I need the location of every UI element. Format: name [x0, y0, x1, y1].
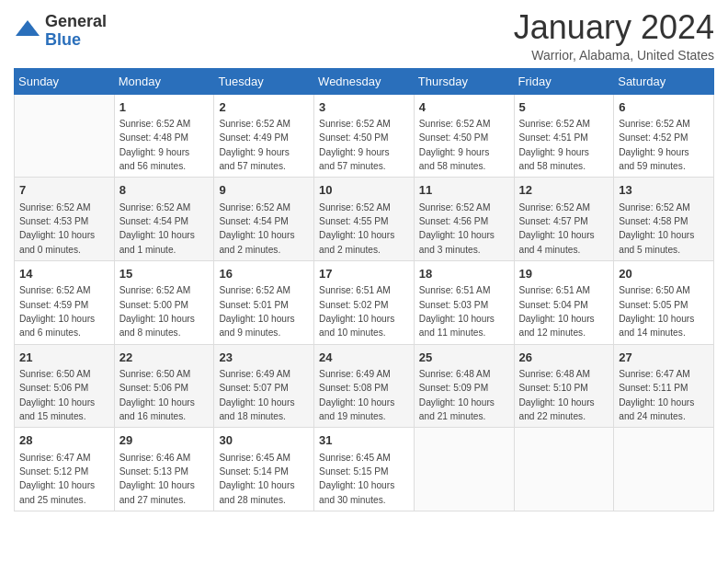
header-sunday: Sunday [15, 68, 115, 94]
day-info: Sunrise: 6:52 AMSunset: 4:54 PMDaylight:… [219, 201, 309, 257]
week-row: 7Sunrise: 6:52 AMSunset: 4:53 PMDaylight… [15, 178, 714, 261]
calendar-cell: 26Sunrise: 6:48 AMSunset: 5:10 PMDayligh… [514, 344, 614, 428]
calendar-cell: 25Sunrise: 6:48 AMSunset: 5:09 PMDayligh… [414, 344, 514, 428]
header-friday: Friday [514, 68, 614, 94]
header-monday: Monday [114, 68, 214, 94]
calendar-cell [15, 94, 115, 178]
logo-text: General Blue [45, 13, 107, 50]
day-info: Sunrise: 6:48 AMSunset: 5:09 PMDaylight:… [419, 367, 509, 423]
day-info: Sunrise: 6:48 AMSunset: 5:10 PMDaylight:… [519, 367, 609, 423]
day-number: 30 [219, 431, 309, 450]
day-number: 19 [519, 265, 609, 283]
day-info: Sunrise: 6:49 AMSunset: 5:08 PMDaylight:… [319, 367, 409, 423]
day-info: Sunrise: 6:52 AMSunset: 5:01 PMDaylight:… [219, 283, 309, 339]
day-number: 6 [619, 98, 709, 117]
calendar-cell: 20Sunrise: 6:50 AMSunset: 5:05 PMDayligh… [614, 260, 714, 344]
calendar-cell: 7Sunrise: 6:52 AMSunset: 4:53 PMDaylight… [15, 178, 115, 261]
calendar-cell: 10Sunrise: 6:52 AMSunset: 4:55 PMDayligh… [314, 178, 415, 261]
day-info: Sunrise: 6:52 AMSunset: 4:56 PMDaylight:… [419, 201, 509, 257]
day-number: 17 [319, 265, 409, 283]
title-section: January 2024 Warrior, Alabama, United St… [514, 9, 714, 63]
day-info: Sunrise: 6:52 AMSunset: 4:50 PMDaylight:… [419, 117, 509, 173]
calendar-cell: 14Sunrise: 6:52 AMSunset: 4:59 PMDayligh… [15, 260, 115, 344]
day-number: 18 [419, 265, 509, 283]
calendar-cell: 27Sunrise: 6:47 AMSunset: 5:11 PMDayligh… [614, 344, 714, 428]
page-header: General Blue January 2024 Warrior, Alaba… [14, 9, 714, 63]
day-info: Sunrise: 6:52 AMSunset: 4:50 PMDaylight:… [319, 117, 409, 173]
day-info: Sunrise: 6:47 AMSunset: 5:11 PMDaylight:… [619, 367, 709, 423]
day-number: 8 [119, 181, 210, 200]
day-number: 14 [19, 265, 109, 283]
day-number: 13 [619, 181, 709, 200]
header-saturday: Saturday [614, 68, 714, 94]
header-thursday: Thursday [414, 68, 514, 94]
calendar-cell: 24Sunrise: 6:49 AMSunset: 5:08 PMDayligh… [314, 344, 415, 428]
day-info: Sunrise: 6:45 AMSunset: 5:15 PMDaylight:… [319, 451, 409, 507]
day-number: 15 [119, 265, 210, 283]
calendar-cell: 28Sunrise: 6:47 AMSunset: 5:12 PMDayligh… [15, 428, 115, 511]
calendar-cell: 5Sunrise: 6:52 AMSunset: 4:51 PMDaylight… [514, 94, 614, 178]
header-wednesday: Wednesday [314, 68, 415, 94]
day-info: Sunrise: 6:50 AMSunset: 5:05 PMDaylight:… [619, 283, 709, 339]
calendar-cell: 4Sunrise: 6:52 AMSunset: 4:50 PMDaylight… [414, 94, 514, 178]
day-number: 31 [319, 431, 409, 450]
day-info: Sunrise: 6:52 AMSunset: 4:51 PMDaylight:… [519, 117, 609, 173]
day-number: 25 [419, 349, 509, 367]
calendar-cell: 22Sunrise: 6:50 AMSunset: 5:06 PMDayligh… [114, 344, 214, 428]
day-number: 3 [319, 98, 409, 117]
header-tuesday: Tuesday [214, 68, 314, 94]
day-info: Sunrise: 6:49 AMSunset: 5:07 PMDaylight:… [219, 367, 309, 423]
day-info: Sunrise: 6:51 AMSunset: 5:02 PMDaylight:… [319, 283, 409, 339]
day-info: Sunrise: 6:52 AMSunset: 4:57 PMDaylight:… [519, 201, 609, 257]
day-info: Sunrise: 6:50 AMSunset: 5:06 PMDaylight:… [19, 367, 109, 423]
day-number: 24 [319, 349, 409, 367]
calendar-cell: 1Sunrise: 6:52 AMSunset: 4:48 PMDaylight… [114, 94, 214, 178]
calendar-cell: 9Sunrise: 6:52 AMSunset: 4:54 PMDaylight… [214, 178, 314, 261]
day-info: Sunrise: 6:46 AMSunset: 5:13 PMDaylight:… [119, 451, 210, 507]
day-info: Sunrise: 6:52 AMSunset: 4:58 PMDaylight:… [619, 201, 709, 257]
calendar-cell: 30Sunrise: 6:45 AMSunset: 5:14 PMDayligh… [214, 428, 314, 511]
day-number: 7 [19, 181, 109, 200]
day-number: 4 [419, 98, 509, 117]
calendar-cell [514, 428, 614, 511]
calendar-cell: 6Sunrise: 6:52 AMSunset: 4:52 PMDaylight… [614, 94, 714, 178]
calendar-cell: 23Sunrise: 6:49 AMSunset: 5:07 PMDayligh… [214, 344, 314, 428]
day-number: 29 [119, 431, 210, 450]
calendar-cell: 21Sunrise: 6:50 AMSunset: 5:06 PMDayligh… [15, 344, 115, 428]
day-info: Sunrise: 6:52 AMSunset: 4:55 PMDaylight:… [319, 201, 409, 257]
week-row: 21Sunrise: 6:50 AMSunset: 5:06 PMDayligh… [15, 344, 714, 428]
day-info: Sunrise: 6:51 AMSunset: 5:04 PMDaylight:… [519, 283, 609, 339]
day-info: Sunrise: 6:52 AMSunset: 4:48 PMDaylight:… [119, 117, 210, 173]
calendar-cell: 3Sunrise: 6:52 AMSunset: 4:50 PMDaylight… [314, 94, 415, 178]
calendar-cell: 16Sunrise: 6:52 AMSunset: 5:01 PMDayligh… [214, 260, 314, 344]
calendar-cell [414, 428, 514, 511]
day-number: 12 [519, 181, 609, 200]
calendar-cell [614, 428, 714, 511]
calendar-cell: 31Sunrise: 6:45 AMSunset: 5:15 PMDayligh… [314, 428, 415, 511]
day-number: 28 [19, 431, 109, 450]
calendar-cell: 11Sunrise: 6:52 AMSunset: 4:56 PMDayligh… [414, 178, 514, 261]
calendar-cell: 12Sunrise: 6:52 AMSunset: 4:57 PMDayligh… [514, 178, 614, 261]
day-info: Sunrise: 6:51 AMSunset: 5:03 PMDaylight:… [419, 283, 509, 339]
svg-marker-0 [16, 20, 40, 36]
day-number: 16 [219, 265, 309, 283]
location: Warrior, Alabama, United States [514, 48, 714, 63]
day-info: Sunrise: 6:52 AMSunset: 4:52 PMDaylight:… [619, 117, 709, 173]
day-info: Sunrise: 6:52 AMSunset: 4:49 PMDaylight:… [219, 117, 309, 173]
day-info: Sunrise: 6:52 AMSunset: 4:53 PMDaylight:… [19, 201, 109, 257]
day-info: Sunrise: 6:52 AMSunset: 4:54 PMDaylight:… [119, 201, 210, 257]
calendar-cell: 17Sunrise: 6:51 AMSunset: 5:02 PMDayligh… [314, 260, 415, 344]
calendar-cell: 29Sunrise: 6:46 AMSunset: 5:13 PMDayligh… [114, 428, 214, 511]
day-number: 1 [119, 98, 210, 117]
calendar-cell: 18Sunrise: 6:51 AMSunset: 5:03 PMDayligh… [414, 260, 514, 344]
day-info: Sunrise: 6:47 AMSunset: 5:12 PMDaylight:… [19, 451, 109, 507]
calendar-cell: 19Sunrise: 6:51 AMSunset: 5:04 PMDayligh… [514, 260, 614, 344]
day-info: Sunrise: 6:45 AMSunset: 5:14 PMDaylight:… [219, 451, 309, 507]
day-number: 21 [19, 349, 109, 367]
day-number: 5 [519, 98, 609, 117]
week-row: 28Sunrise: 6:47 AMSunset: 5:12 PMDayligh… [15, 428, 714, 511]
day-number: 22 [119, 349, 210, 367]
logo-blue: Blue [45, 31, 107, 50]
day-number: 26 [519, 349, 609, 367]
day-number: 20 [619, 265, 709, 283]
